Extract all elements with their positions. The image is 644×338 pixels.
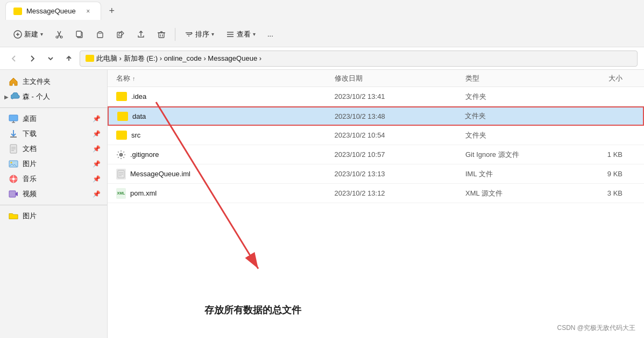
file-name-data: data	[117, 112, 335, 121]
column-name[interactable]: 名称 ↑	[116, 74, 335, 83]
sidebar-label-music: 音乐	[23, 174, 37, 184]
sidebar-item-download[interactable]: 下载 📌	[0, 126, 107, 141]
cloud-icon	[11, 92, 20, 102]
sort-button[interactable]: 排序 ▾	[180, 26, 219, 42]
sort-label: 排序	[195, 30, 209, 39]
file-row[interactable]: .idea 2023/10/2 13:41 文件夹	[108, 87, 644, 106]
sidebar-item-docs[interactable]: 文档 📌	[0, 141, 107, 156]
svg-rect-9	[9, 115, 18, 121]
document-icon	[9, 144, 18, 154]
sidebar-label-download: 下载	[23, 129, 37, 139]
active-tab[interactable]: MessageQueue ×	[5, 2, 101, 20]
new-tab-button[interactable]: +	[103, 2, 121, 19]
new-button[interactable]: 新建 ▾	[9, 26, 48, 42]
doc-icon-iml	[116, 169, 126, 179]
expand-button[interactable]	[43, 51, 58, 66]
view-label: 查看	[237, 30, 251, 39]
breadcrumb-folder-icon	[86, 55, 94, 62]
file-row-iml[interactable]: MessageQueue.iml 2023/10/2 13:13 IML 文件 …	[108, 164, 644, 184]
file-row-data[interactable]: data 2023/10/2 13:48 文件夹	[108, 106, 644, 126]
tab-close-button[interactable]: ×	[83, 6, 93, 16]
sidebar-item-music[interactable]: 音乐 📌	[0, 171, 107, 186]
copy-button[interactable]	[70, 27, 89, 42]
file-type-idea: 文件夹	[465, 92, 570, 102]
more-button[interactable]: ...	[263, 27, 278, 41]
sidebar-item-images[interactable]: 图片 📌	[0, 156, 107, 171]
file-name-pom: XML pom.xml	[116, 188, 335, 199]
folder-icon-data	[117, 112, 128, 121]
sidebar-item-images2[interactable]: 图片	[0, 208, 107, 224]
rename-button[interactable]	[111, 27, 130, 42]
column-size[interactable]: 大小	[570, 74, 635, 83]
back-icon	[10, 55, 18, 62]
copy-icon	[75, 30, 84, 39]
sidebar-label-desktop: 桌面	[23, 114, 37, 124]
csdn-watermark: CSDN @究极无敌代码大王	[557, 323, 635, 333]
sidebar-divider2	[0, 205, 107, 205]
cut-button[interactable]	[50, 27, 68, 42]
sort-icon	[185, 30, 193, 39]
tab-folder-icon	[13, 8, 22, 15]
video-pin-icon[interactable]: 📌	[93, 190, 101, 198]
file-list-header: 名称 ↑ 修改日期 类型 大小	[108, 70, 644, 87]
images-pin-icon[interactable]: 📌	[93, 160, 101, 168]
svg-point-1	[56, 36, 58, 38]
file-label-data: data	[132, 112, 146, 120]
sidebar-item-cloud[interactable]: ▶ 森 - 个人	[0, 89, 107, 104]
view-button[interactable]: 查看 ▾	[221, 26, 260, 42]
toolbar: 新建 ▾	[0, 21, 644, 47]
sidebar-label-video: 视频	[23, 189, 37, 199]
column-type[interactable]: 类型	[465, 74, 570, 83]
new-icon	[13, 30, 22, 39]
sidebar: 主文件夹 ▶ 森 - 个人 桌面 📌	[0, 70, 108, 338]
folder-icon-idea	[116, 92, 127, 101]
file-date-idea: 2023/10/2 13:41	[335, 92, 465, 100]
expand-icon	[47, 55, 54, 62]
docs-pin-icon[interactable]: 📌	[93, 145, 101, 153]
file-label-iml: MessageQueue.iml	[130, 170, 190, 178]
folder-icon	[9, 211, 18, 221]
column-date[interactable]: 修改日期	[335, 74, 465, 83]
paste-button[interactable]	[91, 27, 109, 42]
svg-point-2	[60, 36, 62, 38]
sidebar-item-video[interactable]: 视频 📌	[0, 186, 107, 202]
video-icon	[9, 189, 18, 199]
back-button[interactable]	[6, 51, 22, 66]
svg-rect-15	[9, 191, 16, 197]
toolbar-separator	[175, 28, 175, 41]
column-name-label: 名称	[116, 74, 130, 83]
forward-button[interactable]	[25, 51, 40, 66]
breadcrumb[interactable]: 此电脑 › 新加卷 (E:) › online_code › MessageQu…	[80, 51, 638, 67]
file-row-gitignore[interactable]: .gitignore 2023/10/2 10:57 Git Ignore 源文…	[108, 145, 644, 164]
file-size-iml: 9 KB	[570, 170, 635, 178]
file-name-gitignore: .gitignore	[116, 150, 335, 160]
tab-area: MessageQueue × +	[5, 2, 639, 20]
sidebar-label-home: 主文件夹	[23, 77, 51, 87]
file-date-gitignore: 2023/10/2 10:57	[335, 150, 465, 159]
download-pin-icon[interactable]: 📌	[93, 130, 101, 138]
sidebar-divider	[0, 107, 107, 108]
file-name-idea: .idea	[116, 92, 335, 101]
up-icon	[65, 55, 73, 62]
home-icon	[9, 77, 18, 87]
xml-icon-pom: XML	[116, 188, 126, 199]
music-pin-icon[interactable]: 📌	[93, 175, 101, 183]
share-icon	[137, 30, 145, 39]
file-name-src: src	[116, 131, 335, 140]
sidebar-label-docs: 文档	[23, 144, 37, 154]
file-row-pom[interactable]: XML pom.xml 2023/10/2 13:12 XML 源文件 3 KB	[108, 184, 644, 203]
desktop-pin-icon[interactable]: 📌	[93, 115, 101, 123]
delete-button[interactable]	[152, 27, 171, 42]
file-date-data: 2023/10/2 13:48	[335, 112, 465, 120]
file-row-src[interactable]: src 2023/10/2 10:54 文件夹	[108, 126, 644, 145]
delete-icon	[157, 30, 166, 39]
sidebar-item-home[interactable]: 主文件夹	[0, 74, 107, 89]
file-date-iml: 2023/10/2 13:13	[335, 170, 465, 178]
paste-icon	[96, 30, 104, 39]
share-button[interactable]	[132, 27, 150, 42]
file-label-pom: pom.xml	[130, 189, 157, 197]
sidebar-item-desktop[interactable]: 桌面 📌	[0, 111, 107, 126]
file-list: 名称 ↑ 修改日期 类型 大小 .idea 2023/10/2 13:41 文件…	[108, 70, 644, 338]
file-label-idea: .idea	[131, 92, 146, 100]
up-button[interactable]	[61, 51, 76, 66]
